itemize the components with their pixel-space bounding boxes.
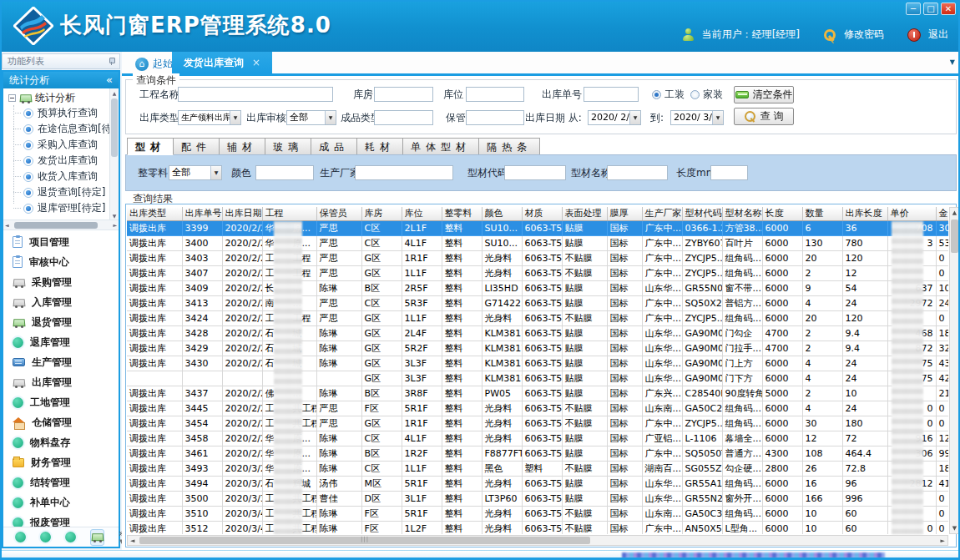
material-tab-4[interactable]: 玻璃	[265, 138, 311, 155]
table-row[interactable]: 调拨出库34292020/2/26石 城陈琳G区5R2F整料KLM3817606…	[127, 341, 948, 356]
column-header[interactable]: 库房	[361, 207, 402, 220]
table-row[interactable]: 调拨出库35122020/3/4工 共工程陈琳F区1L2F整料光身料6063-T…	[127, 521, 948, 534]
column-header[interactable]: 表面处理	[562, 207, 607, 220]
pin-icon[interactable]	[108, 58, 115, 65]
sidebar-item-4[interactable]: 入库管理	[3, 292, 119, 312]
sidebar-item-6[interactable]: 退库管理	[3, 332, 119, 352]
scroll-up-icon[interactable]: ▲	[110, 90, 119, 96]
date-from-picker[interactable]: 2020/ 2/16▼	[588, 110, 641, 125]
length-input[interactable]	[710, 165, 748, 180]
scrollbar-thumb[interactable]	[14, 222, 98, 229]
tree-item[interactable]: 退库管理[待定]	[3, 200, 119, 216]
material-tab-2[interactable]: 配件	[174, 138, 220, 155]
minimize-button[interactable]: ─	[906, 3, 921, 15]
tree-item[interactable]: 在途信息查询[待	[3, 121, 119, 137]
table-horizontal-scrollbar[interactable]: ◄ ►	[127, 535, 948, 546]
table-row[interactable]: 调拨出库34372020/2/27佛 ...陈琳B区3R8F整料PW056063…	[127, 386, 948, 401]
product-type-input[interactable]	[374, 110, 433, 125]
scroll-right-icon[interactable]: ►	[941, 537, 945, 544]
material-tab-8[interactable]: 隔热条	[479, 138, 540, 155]
radio-home-decor[interactable]: 家装	[690, 87, 723, 102]
sidebar-item-2[interactable]: 审核中心	[3, 252, 119, 272]
table-row[interactable]: 调拨出库35102020/3/4工 共工程陈琳F区5R1F整料光身料6063-T…	[127, 506, 948, 521]
collapse-icon[interactable]: «	[106, 72, 113, 88]
column-header[interactable]: 生产厂家	[642, 207, 682, 220]
sidebar-item-7[interactable]: 生产管理	[3, 352, 119, 372]
scrollbar-thumb[interactable]	[951, 219, 958, 253]
material-tab-6[interactable]: 耗材	[357, 138, 403, 155]
sidebar-item-15[interactable]: 报废管理	[3, 512, 119, 527]
whole-piece-select[interactable]: 全部▼	[169, 165, 222, 180]
tab-shipment-outbound-query[interactable]: 发货出库查询 ×	[172, 52, 272, 73]
table-row[interactable]: 调拨出库34072020/2/25工 工程严思G区1L1F整料光身料6063-T…	[127, 265, 948, 280]
tree-root[interactable]: 统计分析	[3, 88, 119, 105]
table-row[interactable]: 调拨出库34612020/2/28华 原...陈琳B区1R2F整料F8877FT…	[127, 446, 948, 461]
module-dot-icon[interactable]	[40, 532, 51, 542]
tree-vertical-scrollbar[interactable]: ▲ ▼	[109, 88, 119, 220]
column-header[interactable]: 膜厚	[607, 207, 642, 220]
scroll-up-icon[interactable]: ▲	[950, 209, 959, 216]
tree-item[interactable]: 预算执行查询	[3, 105, 119, 121]
column-header[interactable]: 工程	[262, 207, 316, 220]
radio-industrial[interactable]: 工装	[652, 87, 685, 102]
scroll-down-icon[interactable]: ▼	[110, 213, 119, 219]
table-vertical-scrollbar[interactable]: ▲ ▼	[949, 207, 960, 534]
column-header[interactable]: 型材名称	[722, 207, 762, 220]
manufacturer-input[interactable]	[355, 165, 453, 180]
project-name-input[interactable]	[178, 87, 333, 102]
table-row[interactable]: 调拨出库34932020/3/2华 原...陈琳C区1L1F整料黑色塑料不贴膜国…	[127, 461, 948, 476]
table-row[interactable]: 调拨出库34302020/2/26石 城陈琳G区3L3F整料KLM3817606…	[127, 356, 948, 371]
tree-item[interactable]: 退货查询[待定]	[3, 184, 119, 200]
sidebar-item-1[interactable]: 项目管理	[3, 232, 119, 252]
column-header[interactable]: 库位	[402, 207, 442, 220]
clear-conditions-button[interactable]: 清空条件	[734, 86, 794, 103]
table-row[interactable]: G区3L3F整料KLM38176063-T5贴膜国标山东华...GA90M09.…	[127, 371, 948, 386]
table-row[interactable]: 调拨出库34132020/2/26南 ...严思C区5R3F整料G7142260…	[127, 295, 948, 310]
column-header[interactable]: 单价	[887, 207, 936, 220]
order-no-input[interactable]	[584, 87, 639, 102]
table-row[interactable]: 调拨出库34542020/2/28工 共工程严思G区1R1F整料光身料6063-…	[127, 416, 948, 431]
sidebar-item-5[interactable]: 退货管理	[3, 312, 119, 332]
column-header[interactable]: 数量	[802, 207, 842, 220]
outbound-type-select[interactable]: 生产领料出库▼	[178, 110, 241, 125]
tab-list-dropdown-icon[interactable]: ▼	[950, 58, 955, 66]
expander-icon[interactable]	[8, 94, 16, 102]
sidebar-item-10[interactable]: 仓储管理	[3, 412, 119, 432]
column-header[interactable]: 整零料	[442, 207, 482, 220]
date-to-picker[interactable]: 2020/ 3/16▼	[670, 110, 724, 125]
table-row[interactable]: 调拨出库34092020/2/25长 ...陈琳B区2R5F整料LI35HD60…	[127, 280, 948, 295]
sidebar-item-13[interactable]: 结转管理	[3, 472, 119, 492]
column-header[interactable]: 出库日期	[222, 207, 262, 220]
sidebar-item-3[interactable]: 采购管理	[3, 272, 119, 292]
tree-item[interactable]: 采购入库查询	[3, 137, 119, 153]
column-header[interactable]: 材质	[522, 207, 562, 220]
module-dot-icon[interactable]	[15, 532, 26, 542]
change-password-link[interactable]: 修改密码	[844, 28, 884, 42]
material-tab-7[interactable]: 单体型材	[403, 138, 479, 155]
column-header[interactable]: 长度	[762, 207, 802, 220]
cart-module-button[interactable]	[90, 529, 104, 546]
scrollbar-thumb[interactable]	[139, 537, 590, 544]
search-button[interactable]: 查 询	[734, 108, 794, 125]
table-row[interactable]: 调拨出库34452020/2/27工 共工程严思F区5R1F整料光身料6063-…	[127, 401, 948, 416]
table-row[interactable]: 调拨出库34282020/2/26石 城陈琳G区2L4F整料KLM3817606…	[127, 325, 948, 341]
sidebar-item-11[interactable]: 物料盘存	[3, 432, 119, 452]
keeper-input[interactable]	[466, 110, 524, 125]
column-header[interactable]: 型材代码	[682, 207, 722, 220]
column-header[interactable]: 金	[936, 207, 948, 220]
table-row[interactable]: 调拨出库33992020/2/25华 原...严思C区2L1F整料SU10...…	[127, 220, 948, 235]
section-header[interactable]: 统计分析 «	[3, 72, 119, 88]
tree-item[interactable]: 收货入库查询	[3, 169, 119, 184]
column-header[interactable]: 出库单号	[182, 207, 222, 220]
scrollbar-thumb[interactable]	[111, 98, 118, 157]
material-tab-5[interactable]: 成品	[311, 138, 357, 155]
scroll-left-icon[interactable]: ◄	[5, 222, 9, 228]
scroll-left-icon[interactable]: ◄	[130, 537, 134, 544]
outbound-audit-select[interactable]: 全部▼	[286, 110, 336, 125]
column-header[interactable]: 出库长度	[842, 207, 887, 220]
scroll-right-icon[interactable]: ►	[113, 222, 117, 228]
tab-close-icon[interactable]: ×	[252, 57, 260, 68]
sidebar-item-9[interactable]: 工地管理	[3, 392, 119, 412]
warehouse-input[interactable]	[374, 87, 433, 102]
maximize-button[interactable]: □	[923, 3, 938, 15]
